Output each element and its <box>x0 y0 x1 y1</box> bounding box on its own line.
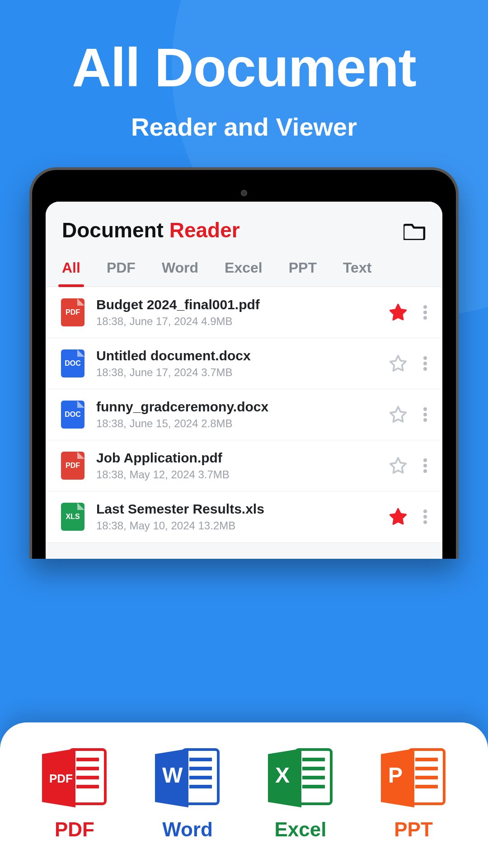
tabs-bar: All PDF Word Excel PPT Text <box>46 255 442 287</box>
file-row[interactable]: PDFJob Application.pdf18:38, May 12, 202… <box>46 440 442 491</box>
file-row[interactable]: PDFBudget 2024_final001.pdf18:38, June 1… <box>46 287 442 338</box>
file-meta: 18:38, May 12, 2024 3.7MB <box>96 468 376 481</box>
format-card: PDFPDFWWordXExcelPPPT <box>0 722 488 868</box>
format-file-icon: X <box>264 744 337 812</box>
svg-text:W: W <box>162 763 183 787</box>
file-info: Untitled document.docx18:38, June 17, 20… <box>96 348 376 379</box>
format-item-pdf[interactable]: PDFPDF <box>38 744 111 841</box>
folder-button[interactable] <box>404 221 426 239</box>
format-file-icon: P <box>377 744 450 812</box>
format-file-icon: W <box>151 744 224 812</box>
star-filled-icon <box>388 302 408 322</box>
file-row[interactable]: XLSLast Semester Results.xls18:38, May 1… <box>46 491 442 542</box>
more-button[interactable] <box>420 457 427 475</box>
favorite-button[interactable] <box>388 354 408 373</box>
more-button[interactable] <box>420 354 427 373</box>
file-list[interactable]: PDFBudget 2024_final001.pdf18:38, June 1… <box>46 287 442 542</box>
hero-section: All Document Reader and Viewer <box>0 0 488 142</box>
hero-title: All Document <box>0 36 488 99</box>
tab-word[interactable]: Word <box>162 259 198 286</box>
app-header: Document Reader <box>46 202 442 255</box>
format-file-icon: PDF <box>38 744 111 812</box>
camera-dot-icon <box>241 190 247 196</box>
star-outline-icon <box>388 456 408 476</box>
format-icon: X <box>264 744 337 812</box>
tablet-mockup: Document Reader All PDF Word Excel PPT T… <box>29 167 459 559</box>
file-meta: 18:38, June 17, 2024 4.9MB <box>96 315 376 328</box>
format-icon: P <box>377 744 450 812</box>
star-outline-icon <box>388 405 408 425</box>
more-button[interactable] <box>420 303 427 321</box>
format-label: Word <box>151 818 224 841</box>
favorite-button[interactable] <box>388 456 408 476</box>
file-meta: 18:38, May 10, 2024 13.2MB <box>96 519 376 532</box>
app-title: Document Reader <box>62 218 240 242</box>
app-screen: Document Reader All PDF Word Excel PPT T… <box>46 202 442 559</box>
folder-icon <box>404 221 426 240</box>
favorite-button[interactable] <box>388 405 408 425</box>
svg-text:P: P <box>388 763 403 787</box>
app-title-prefix: Document <box>62 218 164 242</box>
file-info: Last Semester Results.xls18:38, May 10, … <box>96 501 376 532</box>
file-type-icon: DOC <box>61 401 84 429</box>
file-info: Job Application.pdf18:38, May 12, 2024 3… <box>96 450 376 481</box>
file-name: Job Application.pdf <box>96 450 376 466</box>
file-row[interactable]: DOCfunny_gradceremony.docx18:38, June 15… <box>46 389 442 440</box>
file-type-icon: DOC <box>61 349 84 377</box>
hero-subtitle: Reader and Viewer <box>0 112 488 142</box>
format-label: PPT <box>377 818 450 841</box>
format-icon: W <box>151 744 224 812</box>
svg-text:PDF: PDF <box>49 772 73 785</box>
format-icon: PDF <box>38 744 111 812</box>
more-button[interactable] <box>420 406 427 424</box>
file-name: Last Semester Results.xls <box>96 501 376 517</box>
svg-text:X: X <box>275 763 290 787</box>
file-meta: 18:38, June 17, 2024 3.7MB <box>96 366 376 379</box>
file-type-icon: PDF <box>61 298 84 326</box>
format-item-ppt[interactable]: PPPT <box>377 744 450 841</box>
file-meta: 18:38, June 15, 2024 2.8MB <box>96 417 376 430</box>
format-label: Excel <box>264 818 337 841</box>
favorite-button[interactable] <box>388 302 408 322</box>
tablet-bezel: Document Reader All PDF Word Excel PPT T… <box>29 167 459 559</box>
file-type-icon: PDF <box>61 452 84 480</box>
file-name: Untitled document.docx <box>96 348 376 363</box>
tab-ppt[interactable]: PPT <box>289 259 317 286</box>
app-title-suffix: Reader <box>169 218 240 242</box>
more-button[interactable] <box>420 508 427 526</box>
tab-pdf[interactable]: PDF <box>107 259 136 286</box>
tab-excel[interactable]: Excel <box>225 259 263 286</box>
tab-all[interactable]: All <box>62 259 80 286</box>
star-outline-icon <box>388 354 408 373</box>
format-item-word[interactable]: WWord <box>151 744 224 841</box>
file-row[interactable]: DOCUntitled document.docx18:38, June 17,… <box>46 338 442 389</box>
format-item-excel[interactable]: XExcel <box>264 744 337 841</box>
format-label: PDF <box>38 818 111 841</box>
file-name: funny_gradceremony.docx <box>96 399 376 415</box>
file-type-icon: XLS <box>61 503 84 531</box>
star-filled-icon <box>388 507 408 527</box>
tab-text[interactable]: Text <box>343 259 371 286</box>
file-info: funny_gradceremony.docx18:38, June 15, 2… <box>96 399 376 430</box>
file-info: Budget 2024_final001.pdf18:38, June 17, … <box>96 297 376 328</box>
file-name: Budget 2024_final001.pdf <box>96 297 376 312</box>
favorite-button[interactable] <box>388 507 408 527</box>
